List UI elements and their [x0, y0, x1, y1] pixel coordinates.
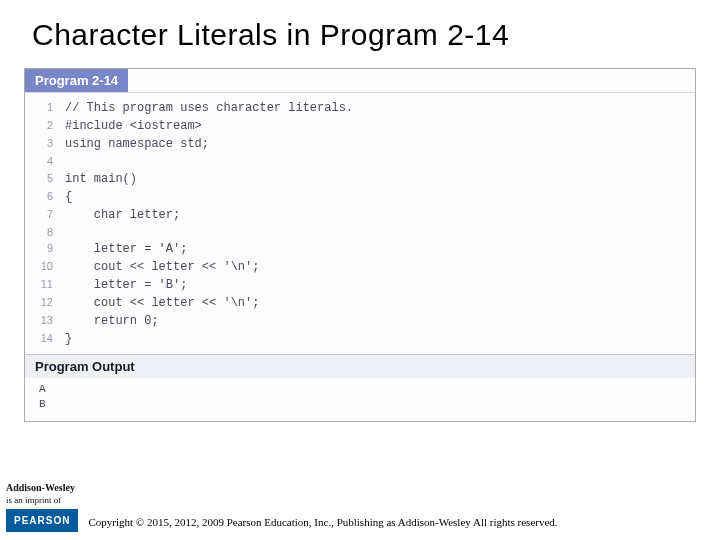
output-body: AB: [25, 378, 695, 421]
line-number: 14: [25, 330, 65, 348]
line-number: 12: [25, 294, 65, 312]
code-line: 6{: [25, 188, 695, 206]
code-line: 7 char letter;: [25, 206, 695, 224]
line-number: 2: [25, 117, 65, 135]
code-line: 11 letter = 'B';: [25, 276, 695, 294]
code-line: 13 return 0;: [25, 312, 695, 330]
pearson-logo: PEARSON: [6, 509, 78, 532]
slide-title: Character Literals in Program 2-14: [0, 0, 720, 60]
line-number: 4: [25, 153, 65, 170]
code-text: // This program uses character literals.: [65, 99, 353, 117]
code-text: letter = 'A';: [65, 240, 187, 258]
line-number: 7: [25, 206, 65, 224]
program-header-wrap: Program 2-14: [25, 69, 695, 93]
publisher-logo: Addison-Wesley is an imprint of PEARSON: [0, 482, 78, 532]
code-text: cout << letter << '\n';: [65, 294, 259, 312]
imprint-text: is an imprint of: [6, 495, 61, 505]
code-line: 5int main(): [25, 170, 695, 188]
line-number: 6: [25, 188, 65, 206]
code-text: int main(): [65, 170, 137, 188]
code-line: 9 letter = 'A';: [25, 240, 695, 258]
footer: Addison-Wesley is an imprint of PEARSON …: [0, 482, 720, 532]
code-text: #include <iostream>: [65, 117, 202, 135]
code-text: return 0;: [65, 312, 159, 330]
output-line: B: [39, 397, 681, 412]
line-number: 8: [25, 224, 65, 241]
line-number: 5: [25, 170, 65, 188]
code-line: 3using namespace std;: [25, 135, 695, 153]
program-header: Program 2-14: [25, 69, 128, 92]
code-text: letter = 'B';: [65, 276, 187, 294]
code-line: 10 cout << letter << '\n';: [25, 258, 695, 276]
program-box: Program 2-14 1// This program uses chara…: [24, 68, 696, 422]
code-line: 12 cout << letter << '\n';: [25, 294, 695, 312]
code-text: cout << letter << '\n';: [65, 258, 259, 276]
line-number: 9: [25, 240, 65, 258]
code-line: 8: [25, 224, 695, 241]
code-line: 4: [25, 153, 695, 170]
code-line: 14}: [25, 330, 695, 348]
addison-wesley-text: Addison-Wesley: [6, 482, 75, 493]
line-number: 3: [25, 135, 65, 153]
code-line: 2#include <iostream>: [25, 117, 695, 135]
line-number: 11: [25, 276, 65, 294]
code-line: 1// This program uses character literals…: [25, 99, 695, 117]
code-text: {: [65, 188, 72, 206]
copyright-text: Copyright © 2015, 2012, 2009 Pearson Edu…: [78, 516, 557, 532]
code-text: }: [65, 330, 72, 348]
code-listing: 1// This program uses character literals…: [25, 93, 695, 354]
code-text: char letter;: [65, 206, 180, 224]
code-text: using namespace std;: [65, 135, 209, 153]
line-number: 10: [25, 258, 65, 276]
line-number: 13: [25, 312, 65, 330]
output-header: Program Output: [25, 354, 695, 378]
output-line: A: [39, 382, 681, 397]
line-number: 1: [25, 99, 65, 117]
